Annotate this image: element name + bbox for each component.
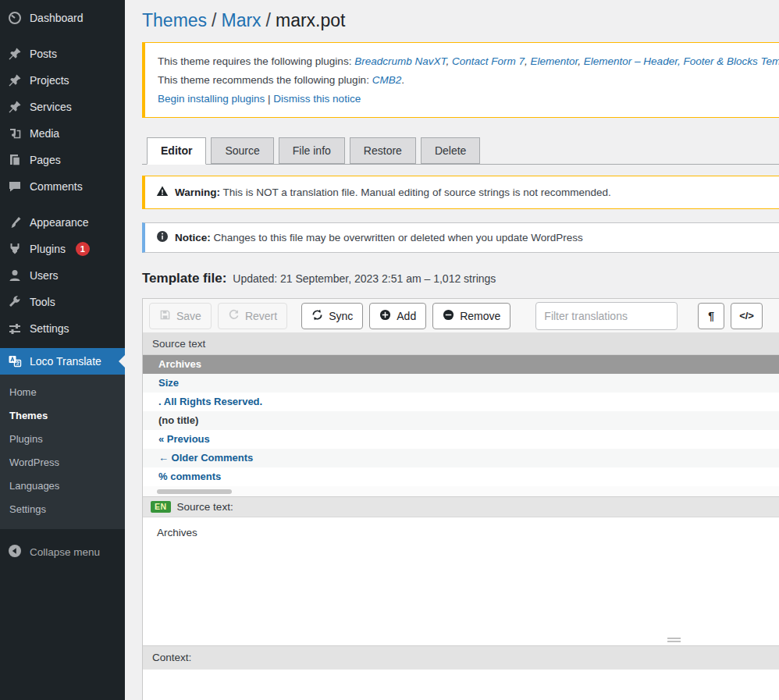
add-button[interactable]: Add <box>369 303 426 329</box>
invisibles-toggle-button[interactable]: ¶ <box>698 303 724 329</box>
plugin-separator: , <box>578 55 584 67</box>
sidebar-item-label: Plugins <box>30 243 66 255</box>
plugins-update-badge: 1 <box>76 242 90 256</box>
source-row[interactable]: ← Older Comments <box>143 449 779 467</box>
save-button[interactable]: Save <box>149 303 212 329</box>
source-row[interactable]: Archives <box>143 355 779 374</box>
comments-icon <box>7 179 23 194</box>
submenu-item-themes[interactable]: Themes <box>0 404 125 428</box>
sync-button[interactable]: Sync <box>301 303 363 329</box>
tab-editor[interactable]: Editor <box>147 137 206 165</box>
plugin-link-breadcrumb-navxt[interactable]: Breadcrumb NavXT <box>354 55 446 67</box>
page: Dashboard Posts Projects Services <box>0 0 779 700</box>
required-plugins-line: This theme requires the following plugin… <box>158 53 779 69</box>
code-icon: </> <box>739 310 754 322</box>
submenu-item-home[interactable]: Home <box>0 381 125 404</box>
dismiss-notice-link[interactable]: Dismiss this notice <box>273 93 361 105</box>
tab-source[interactable]: Source <box>211 137 273 164</box>
breadcrumb-link-themes[interactable]: Themes <box>142 10 207 30</box>
tools-icon <box>7 294 23 310</box>
sidebar-item-label: Projects <box>30 74 69 87</box>
scrollbar-thumb[interactable] <box>157 489 232 494</box>
plus-circle-icon <box>379 309 391 323</box>
sidebar-item-label: Posts <box>30 48 57 60</box>
sidebar-item-plugins[interactable]: Plugins 1 <box>0 236 125 262</box>
source-row[interactable]: % comments <box>143 467 779 486</box>
source-text-editor[interactable]: Archives <box>143 517 779 634</box>
breadcrumb: Themes/Marx/marx.pot <box>142 0 779 32</box>
plugin-link-cmb2[interactable]: CMB2 <box>372 74 402 86</box>
translation-editor-panel: Save Revert Sync Add <box>142 298 779 700</box>
admin-sidebar: Dashboard Posts Projects Services <box>0 0 125 700</box>
sidebar-item-users[interactable]: Users <box>0 262 125 289</box>
sidebar-item-pages[interactable]: Pages <box>0 147 125 173</box>
warning-text: Warning: This is NOT a translation file.… <box>175 187 611 198</box>
source-row[interactable]: « Previous <box>143 430 779 449</box>
submenu-item-settings[interactable]: Settings <box>0 498 125 521</box>
sidebar-item-tools[interactable]: Tools <box>0 289 125 315</box>
info-text: Notice: Changes to this file may be over… <box>175 232 583 243</box>
breadcrumb-link-marx[interactable]: Marx <box>221 10 261 30</box>
source-row[interactable]: Size <box>143 374 779 393</box>
sidebar-item-label: Appearance <box>30 216 89 229</box>
sync-label: Sync <box>329 310 353 322</box>
plugin-link-elementor-hfb[interactable]: Elementor – Header, Footer & Blocks Temp… <box>584 55 779 67</box>
sidebar-item-label: Settings <box>30 322 69 335</box>
sidebar-item-appearance[interactable]: Appearance <box>0 209 125 236</box>
template-file-heading: Template file: Updated: 21 September, 20… <box>142 271 779 286</box>
minus-circle-icon <box>443 309 454 323</box>
sidebar-item-media[interactable]: Media <box>0 120 125 147</box>
translate-icon <box>7 354 23 369</box>
resize-handle[interactable] <box>667 638 681 644</box>
revert-button[interactable]: Revert <box>218 303 287 329</box>
breadcrumb-separator: / <box>212 10 216 30</box>
collapse-menu-button[interactable]: Collapse menu <box>0 540 125 563</box>
list-horizontal-scrollbar <box>143 486 779 496</box>
remove-button[interactable]: Remove <box>432 303 510 329</box>
source-row[interactable]: . All Rights Reserved. <box>143 393 779 411</box>
begin-installing-plugins-link[interactable]: Begin installing plugins <box>158 93 265 105</box>
plugin-link-contact-form-7[interactable]: Contact Form 7 <box>452 55 525 67</box>
sidebar-item-label: Loco Translate <box>30 355 101 368</box>
sidebar-item-dashboard[interactable]: Dashboard <box>0 5 125 31</box>
code-view-toggle-button[interactable]: </> <box>731 303 763 329</box>
filter-translations-input[interactable] <box>535 302 678 330</box>
save-icon <box>159 309 171 323</box>
tab-delete[interactable]: Delete <box>421 137 480 164</box>
sidebar-item-projects[interactable]: Projects <box>0 67 125 94</box>
template-file-label: Template file: <box>142 271 226 286</box>
dashboard-icon <box>7 10 23 26</box>
plugins-icon <box>7 241 23 257</box>
file-tabs: Editor Source File info Restore Delete <box>142 137 779 165</box>
remove-label: Remove <box>460 310 500 322</box>
submenu-item-languages[interactable]: Languages <box>0 474 125 498</box>
tab-restore[interactable]: Restore <box>350 137 416 164</box>
sidebar-item-settings[interactable]: Settings <box>0 315 125 342</box>
warning-message: This is NOT a translation file. Manual e… <box>220 187 611 198</box>
warning-notice: Warning: This is NOT a translation file.… <box>142 176 779 209</box>
plugin-notice-actions: Begin installing plugins | Dismiss this … <box>158 91 779 107</box>
sidebar-item-loco-translate[interactable]: Loco Translate <box>0 348 125 375</box>
warning-label: Warning: <box>175 187 220 198</box>
source-text-bar: EN Source text: <box>143 496 779 517</box>
sidebar-item-comments[interactable]: Comments <box>0 173 125 200</box>
submenu-item-wordpress[interactable]: WordPress <box>0 451 125 474</box>
sidebar-item-label: Services <box>30 101 72 113</box>
context-editor[interactable] <box>143 669 779 700</box>
recommended-plugin-prefix: This theme recommends the following plug… <box>158 74 372 86</box>
submenu-item-plugins[interactable]: Plugins <box>0 428 125 451</box>
sidebar-item-label: Comments <box>30 180 83 193</box>
sidebar-item-posts[interactable]: Posts <box>0 41 125 67</box>
plugin-link-elementor[interactable]: Elementor <box>531 55 578 67</box>
pin-icon <box>7 46 23 62</box>
main-content: Themes/Marx/marx.pot This theme requires… <box>125 0 779 700</box>
editor-toolbar: Save Revert Sync Add <box>143 299 779 333</box>
tab-file-info[interactable]: File info <box>279 137 345 164</box>
sidebar-item-services[interactable]: Services <box>0 94 125 120</box>
sidebar-item-label: Users <box>30 269 59 282</box>
template-file-meta: Updated: 21 September, 2023 2:51 am – 1,… <box>233 272 496 285</box>
source-text-column-header: Source text <box>143 333 779 355</box>
recommended-plugin-line: This theme recommends the following plug… <box>158 72 779 88</box>
current-menu-arrow <box>119 355 125 368</box>
source-row[interactable]: (no title) <box>143 411 779 430</box>
